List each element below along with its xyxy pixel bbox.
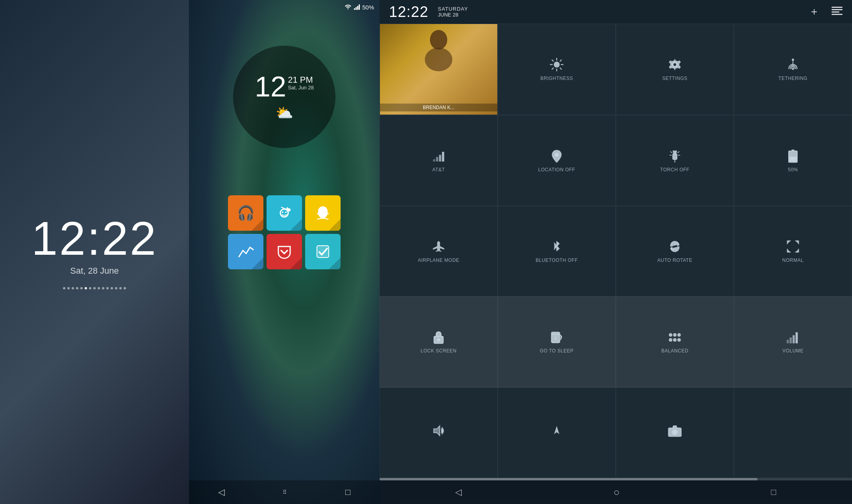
svg-rect-54 xyxy=(787,340,789,343)
location-icon xyxy=(550,149,564,163)
widget-time-right: 21 PM Sat, Jun 28 xyxy=(288,72,314,90)
tethering-tile[interactable]: TETHERING xyxy=(734,24,852,115)
widget-date: Sat, Jun 28 xyxy=(288,85,314,90)
lock-dot xyxy=(111,287,113,289)
camera-tile[interactable] xyxy=(616,387,734,478)
airplane-tile[interactable]: AIRPLANE MODE xyxy=(380,206,498,296)
app-reddit[interactable] xyxy=(267,195,302,231)
battery-percentage: 50% xyxy=(362,4,374,11)
app-snapchat[interactable] xyxy=(305,195,341,231)
svg-rect-11 xyxy=(832,14,843,15)
bluetooth-label: BLUETOOTH OFF xyxy=(536,258,578,263)
notif-home-button[interactable]: ○ xyxy=(613,486,620,498)
lock-dot xyxy=(102,287,104,289)
lock-dot xyxy=(63,287,65,289)
camera-icon xyxy=(668,424,682,438)
svg-point-52 xyxy=(673,338,677,342)
svg-rect-28 xyxy=(433,159,435,161)
lock-dot xyxy=(115,287,117,289)
torch-tile[interactable]: TORCH OFF xyxy=(616,115,734,206)
tethering-icon xyxy=(786,57,800,72)
scroll-bar[interactable] xyxy=(380,478,852,480)
scroll-thumb xyxy=(380,478,758,480)
lockscreen-tile[interactable]: LOCK SCREEN xyxy=(380,296,498,387)
svg-rect-9 xyxy=(832,9,843,10)
lock-dot xyxy=(72,287,74,289)
settings-tile[interactable]: SETTINGS xyxy=(616,24,734,115)
svg-point-24 xyxy=(673,63,676,66)
quick-settings-grid: BRENDAN K... BRIGHTNESS xyxy=(380,24,852,478)
svg-rect-10 xyxy=(832,11,839,13)
app-headphones[interactable]: 🎧 xyxy=(228,195,263,231)
svg-rect-33 xyxy=(673,154,677,159)
battery-icon xyxy=(786,149,800,163)
reddit-logo xyxy=(275,204,294,222)
svg-point-25 xyxy=(792,68,794,70)
home-nav-bar: ◁ ⠿ □ xyxy=(189,480,380,504)
svg-line-20 xyxy=(560,68,561,69)
rotate-icon xyxy=(668,239,682,254)
widget-time-row: 12 21 PM Sat, Jun 28 xyxy=(255,72,314,101)
rotate-tile[interactable]: AUTO ROTATE xyxy=(616,206,734,296)
svg-point-51 xyxy=(669,338,672,342)
stocks-icon xyxy=(236,242,256,261)
lock-dot xyxy=(98,287,100,289)
svg-point-13 xyxy=(425,48,452,71)
volume-icon xyxy=(786,330,800,344)
balanced-tile[interactable]: BALANCED xyxy=(616,296,734,387)
speaker-icon xyxy=(432,424,446,438)
sleep-label: GO TO SLEEP xyxy=(540,348,574,354)
notif-header: 12:22 SATURDAY JUNE 28 + xyxy=(380,0,852,24)
profile-tile[interactable]: BRENDAN K... xyxy=(380,24,498,115)
svg-point-61 xyxy=(672,430,678,435)
home-screen: 50% 12 21 PM Sat, Jun 28 ⛅ 🎧 xyxy=(189,0,380,504)
settings-icon xyxy=(668,57,682,72)
app-pocket[interactable] xyxy=(267,234,302,269)
lock-dot xyxy=(89,287,91,289)
svg-rect-56 xyxy=(793,335,795,344)
svg-point-32 xyxy=(555,153,559,156)
lock-dot xyxy=(67,287,70,289)
svg-marker-59 xyxy=(554,426,559,434)
sleep-tile[interactable]: GO TO SLEEP xyxy=(498,296,616,387)
notif-recents-button[interactable]: □ xyxy=(771,487,776,497)
speaker-tile[interactable] xyxy=(380,387,498,478)
lock-dot xyxy=(80,287,83,289)
bluetooth-tile[interactable]: BLUETOOTH OFF xyxy=(498,206,616,296)
widget-min-ampm: 21 PM xyxy=(288,76,314,84)
balanced-label: BALANCED xyxy=(661,348,689,354)
back-button[interactable]: ◁ xyxy=(218,487,225,497)
lock-dot xyxy=(124,287,126,289)
recents-button[interactable]: □ xyxy=(345,487,350,497)
svg-rect-29 xyxy=(436,157,438,161)
signal-icon xyxy=(432,149,446,163)
app-stocks[interactable] xyxy=(228,234,263,269)
location-tile[interactable]: LOCATION OFF xyxy=(498,115,616,206)
volume-tile[interactable]: VOLUME xyxy=(734,296,852,387)
settings-label: SETTINGS xyxy=(662,76,687,81)
add-button[interactable]: + xyxy=(811,6,817,18)
nav-tile[interactable] xyxy=(498,387,616,478)
normal-tile[interactable]: NORMAL xyxy=(734,206,852,296)
svg-point-14 xyxy=(554,62,559,68)
lock-date: Sat, 28 June xyxy=(70,266,119,276)
weather-icon: ⛅ xyxy=(276,105,293,121)
svg-point-5 xyxy=(287,208,289,209)
svg-line-22 xyxy=(552,68,553,69)
lock-dot xyxy=(76,287,78,289)
brightness-icon xyxy=(550,57,564,72)
airplane-icon xyxy=(432,239,446,254)
svg-line-6 xyxy=(281,207,285,209)
notif-back-button[interactable]: ◁ xyxy=(455,487,462,497)
normal-label: NORMAL xyxy=(782,258,804,263)
menu-button[interactable] xyxy=(832,6,843,18)
att-tile[interactable]: AT&T xyxy=(380,115,498,206)
battery-tile[interactable]: 50% xyxy=(734,115,852,206)
svg-rect-8 xyxy=(832,7,843,8)
snapchat-logo xyxy=(313,203,333,223)
svg-rect-30 xyxy=(439,155,441,161)
home-button[interactable]: ⠿ xyxy=(283,489,287,495)
app-tasks[interactable] xyxy=(305,234,341,269)
brightness-tile[interactable]: BRIGHTNESS xyxy=(498,24,616,115)
lock-screen: 12:22 Sat, 28 June xyxy=(0,0,189,504)
